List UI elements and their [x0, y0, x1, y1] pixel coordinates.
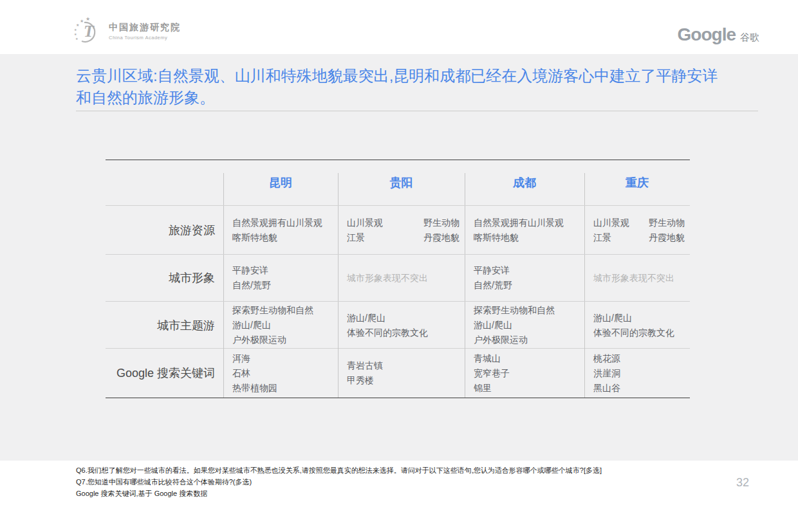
cell-line: 桃花源	[593, 351, 685, 366]
cell-line: 石林	[232, 366, 333, 381]
cell-line: 喀斯特地貌	[474, 230, 579, 245]
table-cell: 平静安详自然/荒野	[223, 255, 338, 301]
cta-name-english: China Tourism Academy	[109, 35, 181, 41]
cell-line: 自然/荒野	[474, 278, 579, 293]
cell-line: 山川景观	[593, 216, 629, 230]
cell-line: 平静安详	[232, 263, 333, 278]
cell-line: 山川景观	[347, 216, 383, 230]
cell-line: 热带植物园	[232, 381, 333, 396]
cta-name-chinese: 中国旅游研究院	[109, 22, 181, 33]
table-cell: 桃花源洪崖洞黑山谷	[584, 349, 690, 398]
cell-line: 洪崖洞	[593, 366, 685, 381]
cell-line: 黑山谷	[593, 381, 685, 396]
footnote-source: Google 搜索关键词,基于 Google 搜索数据	[76, 488, 602, 499]
cell-line: 游山/爬山	[593, 311, 685, 326]
footnote-q7: Q7.您知道中国有哪些城市比较符合这个体验期待?(多选)	[76, 476, 602, 488]
cell-line: 青岩古镇	[347, 358, 459, 373]
table-cell: 洱海石林热带植物园	[223, 349, 338, 398]
cell-sub-column: 山川景观江景	[347, 216, 383, 245]
cell-line: 宽窄巷子	[474, 366, 579, 381]
cell-line: 江景	[347, 230, 383, 245]
cta-logo-text: 中国旅游研究院 China Tourism Academy	[109, 22, 181, 41]
city-comparison-table: 昆明 贵阳 成都 重庆 旅游资源自然景观拥有山川景观喀斯特地貌山川景观江景野生动…	[106, 160, 690, 398]
table-row: 城市主题游探索野生动物和自然游山/爬山户外极限运动游山/爬山体验不同的宗教文化探…	[106, 301, 690, 348]
cell-line: 野生动物	[649, 216, 685, 230]
cell-line: 丹霞地貌	[423, 230, 459, 245]
cell-sub-column: 野生动物丹霞地貌	[649, 216, 685, 245]
table-corner-cell	[106, 160, 223, 205]
cell-line: 青城山	[474, 351, 579, 366]
row-label: 旅游资源	[106, 206, 223, 254]
cell-line: 甲秀楼	[347, 373, 459, 388]
svg-text:★: ★	[74, 28, 77, 32]
svg-text:★: ★	[74, 32, 77, 36]
svg-text:★: ★	[75, 37, 79, 41]
china-tourism-academy-logo: T ★ ★ ★ ★ ★ ★ 中国旅游研究院 China Tourism Acad…	[73, 15, 181, 46]
table-cell: 山川景观江景野生动物丹霞地貌	[584, 206, 690, 254]
cell-line: 城市形象表现不突出	[347, 271, 459, 286]
cell-line: 户外极限运动	[232, 333, 333, 347]
table-header-row: 昆明 贵阳 成都 重庆	[106, 160, 690, 205]
cell-line: 体验不同的宗教文化	[593, 326, 685, 340]
table-row: Google 搜索关键词洱海石林热带植物园青岩古镇甲秀楼青城山宽窄巷子锦里桃花源…	[106, 348, 690, 398]
slide-content-area: 云贵川区域:自然景观、山川和特殊地貌最突出,昆明和成都已经在入境游客心中建立了平…	[0, 54, 798, 461]
cell-line: 游山/爬山	[232, 318, 333, 333]
title-divider	[76, 111, 758, 111]
table-cell: 山川景观江景野生动物丹霞地貌	[338, 206, 465, 254]
table-body: 旅游资源自然景观拥有山川景观喀斯特地貌山川景观江景野生动物丹霞地貌自然景观拥有山…	[106, 205, 690, 398]
svg-text:★: ★	[76, 23, 79, 27]
cell-line: 游山/爬山	[347, 311, 459, 326]
row-label: 城市形象	[106, 255, 223, 301]
footnotes: Q6.我们想了解您对一些城市的看法。如果您对某些城市不熟悉也没关系,请按照您最真…	[76, 464, 602, 499]
cell-line: 体验不同的宗教文化	[347, 326, 459, 340]
cell-line: 游山/爬山	[474, 318, 579, 333]
cell-line: 探索野生动物和自然	[232, 303, 333, 318]
column-header-kunming: 昆明	[223, 160, 338, 205]
cell-line: 野生动物	[423, 216, 459, 230]
cell-sub-column: 野生动物丹霞地貌	[423, 216, 459, 245]
cell-line: 洱海	[232, 351, 333, 366]
cell-line: 城市形象表现不突出	[593, 271, 685, 286]
row-label: 城市主题游	[106, 302, 223, 349]
top-bar: T ★ ★ ★ ★ ★ ★ 中国旅游研究院 China Tourism Acad…	[0, 0, 798, 54]
footnote-q6: Q6.我们想了解您对一些城市的看法。如果您对某些城市不熟悉也没关系,请按照您最真…	[76, 464, 602, 476]
column-header-chengdu: 成都	[465, 160, 584, 205]
table-cell: 游山/爬山体验不同的宗教文化	[584, 302, 690, 349]
column-header-chongqing: 重庆	[584, 160, 690, 205]
table-cell: 城市形象表现不突出	[584, 255, 690, 301]
cell-line: 江景	[593, 230, 629, 245]
cell-line: 喀斯特地貌	[232, 230, 333, 245]
cell-line: 自然景观拥有山川景观	[232, 216, 333, 230]
cell-line: 自然景观拥有山川景观	[474, 216, 579, 230]
table-cell: 平静安详自然/荒野	[465, 255, 584, 301]
svg-text:T: T	[84, 22, 95, 41]
google-logo: Google 谷歌	[678, 24, 759, 45]
table-cell: 青城山宽窄巷子锦里	[465, 349, 584, 398]
svg-text:★: ★	[80, 19, 84, 23]
cell-line: 探索野生动物和自然	[474, 303, 579, 318]
cell-sub-column: 山川景观江景	[593, 216, 629, 245]
page-number: 32	[736, 476, 749, 490]
slide-title: 云贵川区域:自然景观、山川和特殊地貌最突出,昆明和成都已经在入境游客心中建立了平…	[76, 65, 727, 109]
google-chinese-label: 谷歌	[740, 32, 759, 44]
table-cell: 自然景观拥有山川景观喀斯特地貌	[223, 206, 338, 254]
table-cell: 自然景观拥有山川景观喀斯特地貌	[465, 206, 584, 254]
table-cell: 青岩古镇甲秀楼	[338, 349, 465, 398]
table-cell: 城市形象表现不突出	[338, 255, 465, 301]
cell-line: 户外极限运动	[474, 333, 579, 347]
table-row: 旅游资源自然景观拥有山川景观喀斯特地貌山川景观江景野生动物丹霞地貌自然景观拥有山…	[106, 205, 690, 254]
cell-line: 锦里	[474, 381, 579, 396]
cta-emblem-icon: T ★ ★ ★ ★ ★ ★	[73, 15, 104, 46]
column-header-guiyang: 贵阳	[338, 160, 465, 205]
table-row: 城市形象平静安详自然/荒野城市形象表现不突出平静安详自然/荒野城市形象表现不突出	[106, 254, 690, 301]
cell-line: 自然/荒野	[232, 278, 333, 293]
google-wordmark: Google	[678, 24, 736, 45]
table-cell: 探索野生动物和自然游山/爬山户外极限运动	[223, 302, 338, 349]
svg-text:★: ★	[86, 16, 90, 22]
row-label: Google 搜索关键词	[106, 349, 223, 398]
cell-line: 丹霞地貌	[649, 230, 685, 245]
table-cell: 探索野生动物和自然游山/爬山户外极限运动	[465, 302, 584, 349]
cell-line: 平静安详	[474, 263, 579, 278]
table-cell: 游山/爬山体验不同的宗教文化	[338, 302, 465, 349]
slide-page: T ★ ★ ★ ★ ★ ★ 中国旅游研究院 China Tourism Acad…	[0, 0, 798, 532]
